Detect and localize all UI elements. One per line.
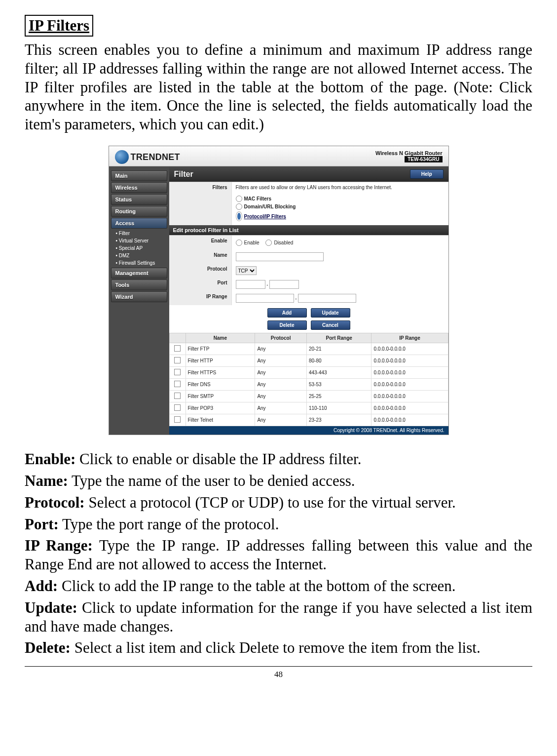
radio-url-label: Domain/URL Blocking (244, 204, 296, 209)
radio-ip-label: Protocol/IP Filters (244, 214, 286, 219)
cell-name: Filter HTTP (186, 355, 255, 367)
radio-icon (236, 203, 242, 210)
row-checkbox[interactable] (174, 381, 181, 387)
name-input[interactable] (236, 252, 324, 261)
th-checkbox (169, 333, 186, 343)
radio-enable[interactable]: Enable (236, 239, 260, 246)
cell-protocol: Any (255, 355, 307, 367)
protocol-select[interactable]: TCP (236, 266, 257, 275)
table-row[interactable]: Filter FTPAny20-210.0.0.0-0.0.0.0 (169, 343, 448, 355)
th-name: Name (186, 333, 255, 343)
sidebar-sub-filter[interactable]: Filter (109, 230, 169, 237)
def-port-text: Type the port range of the protocol. (59, 516, 279, 533)
def-iprange-text: Type the IP range. IP addresses falling … (25, 537, 532, 573)
sidebar-item-wireless[interactable]: Wireless (111, 182, 167, 193)
def-update-label: Update: (25, 599, 77, 616)
model-info: Wireless N Gigabit Router TEW-634GRU (375, 150, 443, 162)
radio-icon (265, 239, 272, 246)
cancel-button[interactable]: Cancel (311, 320, 350, 330)
sidebar-item-main[interactable]: Main (111, 170, 167, 181)
delete-button[interactable]: Delete (267, 320, 307, 330)
sidebar-sub-dmz[interactable]: DMZ (109, 252, 169, 259)
sidebar-item-tools[interactable]: Tools (111, 279, 167, 290)
th-ip-range: IP Range (371, 333, 448, 343)
cell-name: Filter POP3 (186, 402, 255, 414)
sidebar-item-routing[interactable]: Routing (111, 206, 167, 217)
logo-icon (115, 150, 129, 164)
router-screenshot: TRENDNET Wireless N Gigabit Router TEW-6… (109, 146, 449, 435)
cell-port: 20-21 (306, 343, 371, 355)
cell-name: Filter Telnet (186, 414, 255, 426)
filters-description: Filters are used to allow or deny LAN us… (236, 185, 445, 190)
row-checkbox[interactable] (174, 393, 181, 399)
cell-ip: 0.0.0.0-0.0.0.0 (371, 414, 448, 426)
radio-mac-label: MAC Filters (244, 196, 272, 201)
table-row[interactable]: Filter SMTPAny25-250.0.0.0-0.0.0.0 (169, 391, 448, 402)
update-button[interactable]: Update (311, 308, 350, 318)
cell-port: 80-80 (306, 355, 371, 367)
radio-icon (236, 239, 242, 246)
cell-port: 443-443 (306, 367, 371, 379)
table-row[interactable]: Filter TelnetAny23-230.0.0.0-0.0.0.0 (169, 414, 448, 426)
sidebar-item-access[interactable]: Access (111, 218, 167, 229)
iprange-label: IP Range (169, 291, 232, 305)
def-update-text: Click to update information for the rang… (25, 599, 532, 635)
page-title: Filter (174, 170, 193, 179)
port-start-input[interactable] (236, 280, 265, 289)
def-protocol-text: Select a protocol (TCP or UDP) to use fo… (85, 494, 456, 511)
def-protocol-label: Protocol: (25, 494, 85, 511)
radio-icon (236, 196, 242, 202)
cell-protocol: Any (255, 379, 307, 391)
cell-ip: 0.0.0.0-0.0.0.0 (371, 402, 448, 414)
radio-protocol-ip[interactable]: Protocol/IP Filters (236, 211, 445, 221)
cell-ip: 0.0.0.0-0.0.0.0 (371, 355, 448, 367)
def-name-text: Type the name of the user to be denied a… (68, 472, 355, 489)
table-row[interactable]: Filter HTTPSAny443-4430.0.0.0-0.0.0.0 (169, 367, 448, 379)
iprange-start-input[interactable] (236, 294, 294, 303)
sidebar-sub-special-ap[interactable]: Special AP (109, 244, 169, 252)
edit-section-title: Edit protocol Filter in List (169, 225, 448, 235)
brand-logo: TRENDNET (115, 150, 180, 164)
protocol-label: Protocol (169, 264, 232, 278)
sidebar-sub-virtual-server[interactable]: Virtual Server (109, 237, 169, 244)
row-checkbox[interactable] (174, 369, 181, 375)
help-button[interactable]: Help (410, 169, 444, 179)
def-delete-label: Delete: (25, 639, 71, 656)
row-checkbox[interactable] (174, 357, 181, 363)
radio-mac-filters[interactable]: MAC Filters (236, 196, 445, 202)
th-protocol: Protocol (255, 333, 307, 343)
cell-port: 25-25 (306, 391, 371, 402)
iprange-end-input[interactable] (298, 294, 356, 303)
cell-name: Filter FTP (186, 343, 255, 355)
radio-disabled-label: Disabled (274, 240, 293, 245)
row-checkbox[interactable] (174, 404, 181, 411)
port-label: Port (169, 278, 232, 291)
add-button[interactable]: Add (267, 308, 307, 318)
radio-enable-label: Enable (244, 240, 260, 245)
sidebar-sub-firewall[interactable]: Firewall Settings (109, 259, 169, 267)
cell-ip: 0.0.0.0-0.0.0.0 (371, 379, 448, 391)
cell-protocol: Any (255, 414, 307, 426)
copyright: Copyright © 2008 TRENDnet. All Rights Re… (169, 426, 448, 435)
radio-disabled[interactable]: Disabled (265, 239, 293, 246)
sidebar-item-wizard[interactable]: Wizard (111, 291, 167, 302)
sidebar-item-management[interactable]: Management (111, 268, 167, 279)
section-heading: IP Filters (25, 15, 93, 37)
row-checkbox[interactable] (174, 345, 181, 352)
row-checkbox[interactable] (174, 416, 181, 423)
def-port-label: Port: (25, 516, 59, 533)
radio-url-blocking[interactable]: Domain/URL Blocking (236, 203, 445, 210)
def-delete-text: Select a list item and click Delete to r… (71, 639, 481, 656)
name-label: Name (169, 250, 232, 264)
table-row[interactable]: Filter HTTPAny80-800.0.0.0-0.0.0.0 (169, 355, 448, 367)
table-row[interactable]: Filter POP3Any110-1100.0.0.0-0.0.0.0 (169, 402, 448, 414)
table-row[interactable]: Filter DNSAny53-530.0.0.0-0.0.0.0 (169, 379, 448, 391)
filter-table: Name Protocol Port Range IP Range Filter… (169, 333, 448, 426)
page-number: 48 (25, 670, 532, 679)
cell-protocol: Any (255, 367, 307, 379)
cell-name: Filter HTTPS (186, 367, 255, 379)
sidebar-item-status[interactable]: Status (111, 194, 167, 205)
cell-name: Filter SMTP (186, 391, 255, 402)
footer-rule (25, 666, 532, 667)
port-end-input[interactable] (269, 280, 299, 289)
